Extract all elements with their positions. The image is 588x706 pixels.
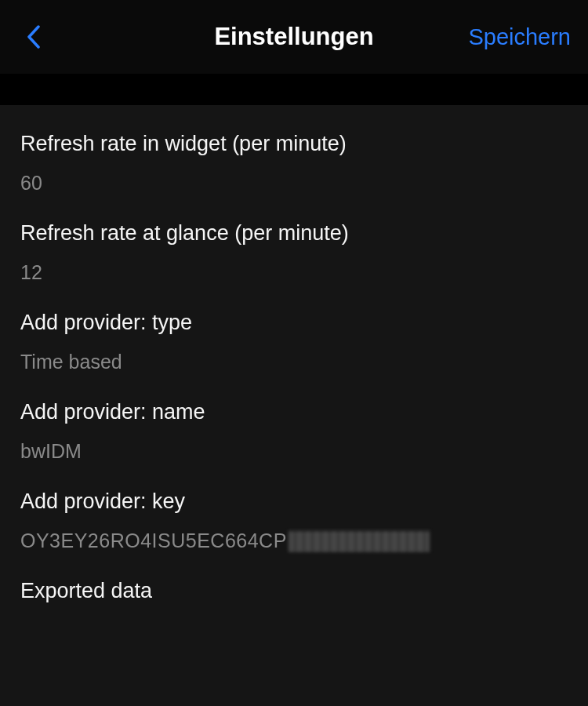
setting-value: 12: [20, 261, 568, 284]
provider-key-redacted: [289, 531, 430, 551]
setting-label: Add provider: type: [20, 311, 568, 335]
setting-provider-name[interactable]: Add provider: name bwIDM: [20, 373, 568, 463]
provider-key-visible: OY3EY26RO4ISU5EC664CP: [20, 530, 287, 552]
setting-value: bwIDM: [20, 440, 568, 463]
setting-label: Add provider: key: [20, 489, 568, 514]
setting-label: Exported data: [20, 579, 568, 603]
setting-value: OY3EY26RO4ISU5EC664CP: [20, 530, 568, 552]
page-title: Einstellungen: [214, 23, 373, 51]
save-button[interactable]: Speichern: [468, 24, 571, 50]
setting-refresh-widget[interactable]: Refresh rate in widget (per minute) 60: [20, 105, 568, 195]
separator-band: [0, 74, 588, 105]
setting-refresh-glance[interactable]: Refresh rate at glance (per minute) 12: [20, 195, 568, 284]
setting-value: Time based: [20, 351, 568, 373]
setting-provider-type[interactable]: Add provider: type Time based: [20, 284, 568, 373]
setting-exported-data[interactable]: Exported data: [20, 552, 568, 603]
header: Einstellungen Speichern: [0, 0, 588, 74]
chevron-left-icon: [27, 25, 40, 49]
setting-label: Add provider: name: [20, 400, 568, 424]
settings-list: Refresh rate in widget (per minute) 60 R…: [0, 105, 588, 706]
setting-provider-key[interactable]: Add provider: key OY3EY26RO4ISU5EC664CP: [20, 463, 568, 552]
setting-value: 60: [20, 172, 568, 195]
setting-label: Refresh rate in widget (per minute): [20, 132, 568, 156]
back-button[interactable]: [17, 21, 49, 53]
setting-label: Refresh rate at glance (per minute): [20, 221, 568, 246]
